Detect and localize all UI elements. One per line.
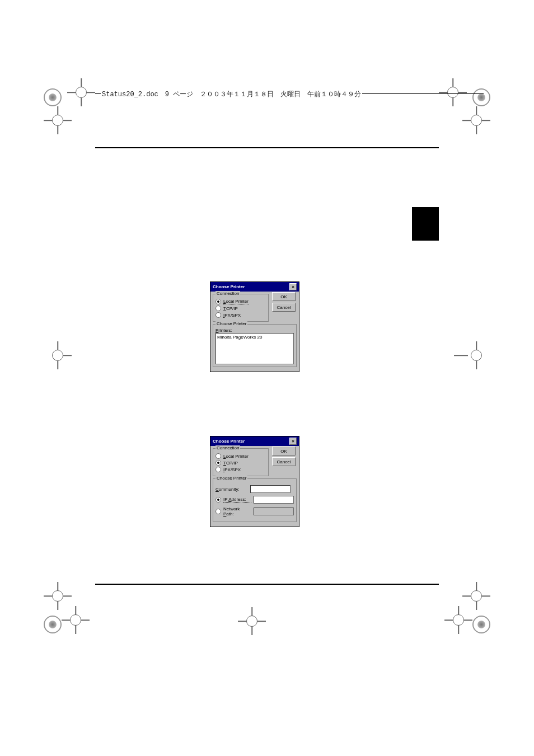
dialog-titlebar: Choose Printer × [210,436,299,446]
registration-cross-tl [73,84,90,101]
radio-ipxspx-label: IPX/SPX [223,467,241,472]
cancel-label: Cancel [277,459,291,464]
radio-netpath[interactable] [216,509,221,514]
page-tab [412,207,439,241]
radio-tcpip-label: TCP/IP [223,306,238,311]
radio-local[interactable] [216,299,221,304]
choose-group-label: Choose Printer [216,476,247,481]
content-rule-top [95,147,439,148]
radio-ipaddress[interactable] [216,497,221,503]
registration-cross-bl [67,612,84,628]
ipaddress-input[interactable] [254,496,294,504]
registration-ring-tl [44,88,62,106]
content-rule-bottom [95,584,439,585]
registration-ring-tr [472,88,490,106]
ok-label: OK [280,294,287,299]
ok-button[interactable]: OK [272,447,296,456]
connection-group-label: Connection [216,291,240,296]
radio-tcpip-label: TCP/IP [223,461,238,466]
registration-cross-tl2 [49,112,66,129]
registration-ring-bl [44,616,62,633]
radio-local-label: Local Printer [223,454,249,459]
netpath-label: Network Path: [223,506,251,516]
close-icon[interactable]: × [289,283,297,290]
cancel-button[interactable]: Cancel [272,303,296,312]
registration-cross-bc [243,613,260,630]
connection-group-label: Connection [216,445,240,450]
radio-tcpip[interactable] [216,306,221,311]
list-item[interactable]: Minolta PageWorks 20 [217,335,292,340]
dialog-title-text: Choose Printer [213,439,245,444]
cancel-button[interactable]: Cancel [272,457,296,466]
registration-cross-bl2 [49,588,66,604]
ipaddress-label: IP Address: [223,497,251,503]
community-input[interactable] [250,485,291,493]
radio-local-label: Local Printer [223,299,249,304]
choose-printer-dialog-1: Choose Printer × OK Cancel Connection Lo… [210,281,299,372]
dialog-titlebar: Choose Printer × [210,282,299,292]
ok-label: OK [280,449,287,454]
radio-tcpip[interactable] [216,460,221,466]
radio-ipxspx[interactable] [216,467,221,472]
printers-list[interactable]: Minolta PageWorks 20 [216,333,294,364]
header-text: Status20_2.doc 9 ページ ２００３年１１月１８日 火曜日 午前１… [101,90,362,99]
radio-ipxspx[interactable] [216,312,221,318]
choose-printer-dialog-2: Choose Printer × OK Cancel Connection Lo… [210,436,299,527]
registration-cross-tr [444,84,461,101]
printers-label: Printers: [216,328,294,333]
netpath-input[interactable] [254,508,294,515]
radio-local[interactable] [216,453,221,459]
registration-cross-mr [468,347,485,364]
community-label: Community: [216,487,248,492]
registration-cross-tr2 [468,112,485,129]
registration-cross-br2 [468,588,485,604]
registration-cross-br [450,612,467,628]
close-icon[interactable]: × [289,438,297,445]
registration-cross-ml [49,347,66,364]
choose-group-label: Choose Printer [216,321,247,326]
radio-ipxspx-label: IPX/SPX [223,313,241,318]
ok-button[interactable]: OK [272,292,296,301]
cancel-label: Cancel [277,305,291,310]
dialog-title-text: Choose Printer [213,284,245,289]
registration-ring-br [472,616,490,633]
